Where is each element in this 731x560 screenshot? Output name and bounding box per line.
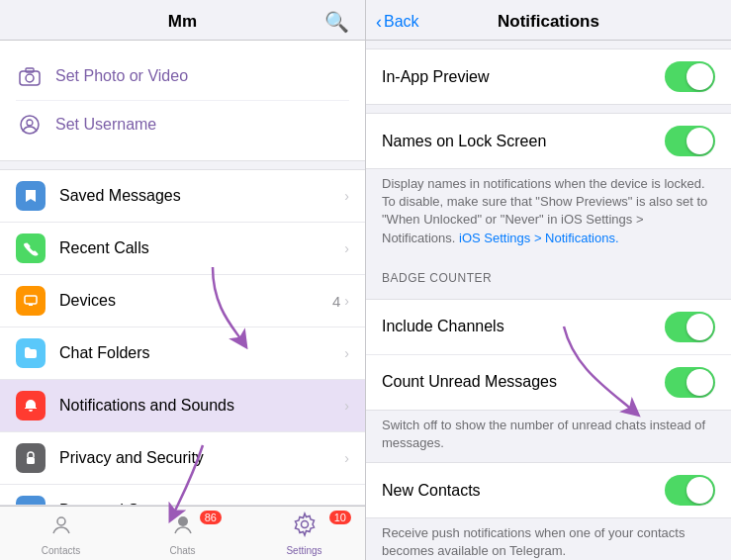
svg-rect-7 — [27, 457, 35, 464]
tab-contacts-label: Contacts — [42, 545, 80, 556]
set-photo-label: Set Photo or Video — [55, 67, 188, 85]
names-lockscreen-row: Names on Lock Screen — [366, 114, 731, 168]
devices-icon — [16, 286, 46, 316]
chevron-icon: › — [344, 450, 349, 466]
left-header-title: Mm — [168, 12, 197, 32]
menu-item-saved-messages[interactable]: Saved Messages › — [0, 170, 365, 223]
menu-item-data-storage[interactable]: Data and Storage › — [0, 485, 365, 506]
svg-rect-2 — [26, 68, 34, 72]
menu-item-devices[interactable]: Devices 4 › — [0, 275, 365, 327]
new-contacts-group: New Contacts — [366, 462, 731, 518]
svg-point-1 — [26, 74, 34, 82]
notifications-icon — [16, 391, 46, 420]
badge-counter-group: Include Channels Count Unread Messages — [366, 299, 731, 411]
svg-rect-5 — [25, 296, 37, 304]
count-unread-toggle[interactable] — [665, 367, 715, 398]
badge-counter-header: BADGE COUNTER — [366, 257, 731, 291]
chevron-icon: › — [344, 345, 349, 361]
right-header: ‹ Back Notifications — [366, 0, 731, 41]
count-unread-row: Count Unread Messages — [366, 355, 731, 410]
right-content: In-App Preview Names on Lock Screen Disp… — [366, 41, 731, 560]
left-header: Mm 🔍 — [0, 0, 365, 41]
svg-point-4 — [27, 120, 33, 126]
contacts-tab-icon — [48, 512, 74, 543]
recent-calls-label: Recent Calls — [59, 239, 330, 257]
devices-count: 4 — [332, 293, 340, 310]
include-channels-label: Include Channels — [382, 318, 665, 335]
recent-calls-icon — [16, 233, 46, 263]
menu-item-chat-folders[interactable]: Chat Folders › — [0, 327, 365, 380]
new-contacts-label: New Contacts — [382, 482, 665, 500]
names-lockscreen-toggle[interactable] — [665, 126, 715, 156]
svg-rect-0 — [20, 71, 40, 85]
svg-point-16 — [57, 517, 65, 525]
preview-group: In-App Preview — [366, 48, 731, 105]
notifications-page-title: Notifications — [498, 12, 599, 32]
bottom-tabs: Contacts Chats 86 Settings 10 — [0, 506, 365, 560]
devices-count-right: 4 › — [332, 293, 349, 310]
back-chevron-icon: ‹ — [376, 12, 382, 33]
tab-chats[interactable]: Chats 86 — [122, 507, 243, 560]
camera-icon — [16, 62, 44, 90]
search-icon[interactable]: 🔍 — [324, 10, 349, 34]
lockscreen-group: Names on Lock Screen — [366, 113, 731, 169]
chat-folders-icon — [16, 338, 46, 368]
svg-point-17 — [178, 516, 188, 526]
menu-item-notifications[interactable]: Notifications and Sounds › — [0, 380, 365, 432]
settings-badge: 10 — [329, 511, 351, 524]
menu-section: Saved Messages › Recent Calls › Devices … — [0, 169, 365, 506]
svg-point-18 — [301, 520, 308, 527]
menu-item-recent-calls[interactable]: Recent Calls › — [0, 223, 365, 275]
chats-badge: 86 — [200, 511, 222, 524]
privacy-icon — [16, 443, 46, 473]
tab-settings[interactable]: Settings 10 — [243, 507, 365, 560]
ios-settings-link[interactable]: iOS Settings > Notifications. — [459, 231, 619, 245]
in-app-preview-row: In-App Preview — [366, 49, 731, 104]
notifications-label: Notifications and Sounds — [59, 397, 330, 415]
include-channels-row: Include Channels — [366, 300, 731, 355]
left-panel: Mm 🔍 Set Photo or Video Set Use — [0, 0, 366, 560]
settings-tab-icon — [292, 512, 318, 543]
saved-messages-label: Saved Messages — [59, 187, 330, 205]
right-panel: ‹ Back Notifications In-App Preview Name… — [366, 0, 731, 560]
in-app-preview-toggle[interactable] — [665, 61, 715, 92]
username-icon — [16, 111, 44, 139]
devices-label: Devices — [59, 292, 319, 310]
count-unread-description: Switch off to show the number of unread … — [366, 411, 731, 462]
set-username-item[interactable]: Set Username — [16, 101, 349, 148]
in-app-preview-label: In-App Preview — [382, 68, 665, 86]
tab-settings-label: Settings — [286, 545, 321, 556]
profile-section: Set Photo or Video Set Username — [0, 41, 365, 161]
chevron-icon: › — [344, 398, 349, 414]
tab-contacts[interactable]: Contacts — [0, 507, 122, 560]
back-button[interactable]: ‹ Back — [376, 12, 419, 33]
svg-rect-6 — [29, 304, 33, 306]
data-storage-icon — [16, 496, 46, 506]
chevron-icon: › — [344, 293, 349, 309]
chat-folders-label: Chat Folders — [59, 344, 330, 362]
back-label: Back — [384, 13, 419, 31]
chevron-icon: › — [344, 240, 349, 256]
count-unread-label: Count Unread Messages — [382, 373, 665, 391]
include-channels-toggle[interactable] — [665, 312, 715, 342]
privacy-label: Privacy and Security — [59, 449, 330, 467]
set-username-label: Set Username — [55, 116, 156, 134]
new-contacts-toggle[interactable] — [665, 475, 715, 506]
tab-chats-label: Chats — [169, 545, 195, 556]
saved-messages-icon — [16, 181, 46, 211]
new-contacts-row: New Contacts — [366, 463, 731, 517]
names-lockscreen-description: Display names in notifications when the … — [366, 169, 731, 257]
names-lockscreen-label: Names on Lock Screen — [382, 133, 665, 150]
chevron-icon: › — [344, 188, 349, 204]
set-photo-item[interactable]: Set Photo or Video — [16, 52, 349, 101]
chats-tab-icon — [170, 512, 196, 543]
new-contacts-description: Receive push notifications when one of y… — [366, 518, 731, 560]
menu-item-privacy[interactable]: Privacy and Security › — [0, 432, 365, 485]
